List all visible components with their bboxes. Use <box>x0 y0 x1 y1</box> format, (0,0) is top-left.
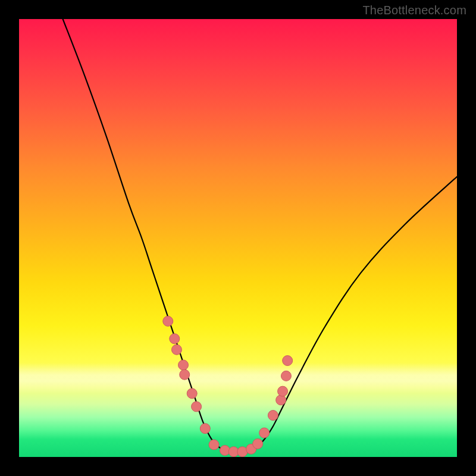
marker-point <box>278 386 288 396</box>
curve-path <box>63 19 457 453</box>
plot-area <box>19 19 457 457</box>
chart-frame: TheBottleneck.com <box>0 0 476 476</box>
marker-point <box>237 447 248 457</box>
marker-point <box>283 356 293 366</box>
marker-point <box>246 444 256 454</box>
marker-point <box>228 447 239 457</box>
marker-point <box>281 371 291 381</box>
marker-point <box>187 389 197 399</box>
marker-point <box>163 316 173 326</box>
marker-point <box>192 402 202 412</box>
marker-point <box>253 439 263 449</box>
marker-point <box>200 424 210 434</box>
marker-point <box>180 369 190 380</box>
marker-point <box>268 411 278 421</box>
marker-point <box>259 428 270 438</box>
marker-point <box>170 334 180 344</box>
chart-svg <box>19 19 457 457</box>
watermark-text: TheBottleneck.com <box>362 4 466 17</box>
marker-point <box>171 345 181 355</box>
marker-point <box>178 360 189 370</box>
marker-group <box>163 316 293 456</box>
marker-point <box>220 445 230 455</box>
highlight-band <box>19 363 457 394</box>
marker-point <box>276 395 286 405</box>
marker-point <box>209 440 219 450</box>
